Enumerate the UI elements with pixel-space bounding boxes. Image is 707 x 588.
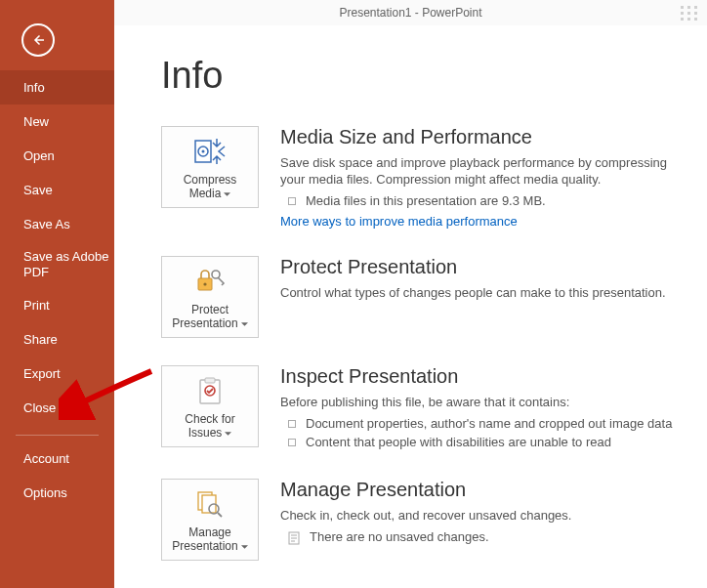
sidebar-item-save[interactable]: Save <box>0 173 114 207</box>
tile-label: Protect Presentation <box>172 303 237 330</box>
section-title: Media Size and Performance <box>280 126 687 148</box>
section-media: Compress Media Media Size and Performanc… <box>161 126 687 229</box>
sidebar-separator <box>16 435 99 436</box>
compress-media-icon <box>193 134 227 169</box>
section-protect: Protect Presentation Protect Presentatio… <box>161 256 687 338</box>
sidebar-item-save-adobe-pdf[interactable]: Save as Adobe PDF <box>0 241 114 288</box>
protect-presentation-button[interactable]: Protect Presentation <box>161 256 259 338</box>
bullet-text: Document properties, author's name and c… <box>306 416 672 431</box>
svg-rect-7 <box>205 378 215 383</box>
check-for-issues-button[interactable]: Check for Issues <box>161 365 259 447</box>
section-title: Manage Presentation <box>280 479 687 501</box>
sidebar-item-label: Info <box>23 80 45 95</box>
sidebar-item-options[interactable]: Options <box>0 476 114 510</box>
sidebar-item-label: Close <box>23 400 56 415</box>
sidebar-item-account[interactable]: Account <box>0 441 114 476</box>
svg-point-2 <box>202 150 205 153</box>
back-button[interactable] <box>21 23 55 57</box>
sidebar-item-close[interactable]: Close <box>0 391 114 425</box>
backstage-sidebar: Info New Open Save Save As Save as Adobe… <box>0 0 114 588</box>
sidebar-item-label: New <box>23 114 49 129</box>
checklist-icon <box>196 373 224 408</box>
sidebar-item-saveas[interactable]: Save As <box>0 207 114 241</box>
page-title: Info <box>161 55 687 97</box>
chevron-down-icon <box>225 426 231 440</box>
document-icon <box>288 531 300 545</box>
arrow-left-icon <box>29 31 47 49</box>
sidebar-item-new[interactable]: New <box>0 105 114 139</box>
sidebar-item-open[interactable]: Open <box>0 139 114 173</box>
bullet-icon <box>288 197 296 205</box>
section-desc: Save disk space and improve playback per… <box>280 154 687 188</box>
sidebar-item-export[interactable]: Export <box>0 357 114 391</box>
sidebar-item-label: Export <box>23 366 61 381</box>
bullet-text: Content that people with disabilities ar… <box>306 435 611 449</box>
chevron-down-icon <box>241 539 248 553</box>
window-title: Presentation1 - PowerPoint <box>339 6 481 20</box>
section-inspect: Check for Issues Inspect Presentation Be… <box>161 365 687 451</box>
section-desc: Before publishing this file, be aware th… <box>280 394 687 410</box>
sidebar-item-label: Print <box>23 298 50 313</box>
bullet-text: There are no unsaved changes. <box>310 529 489 544</box>
compress-media-button[interactable]: Compress Media <box>161 126 259 208</box>
title-bar: Presentation1 - PowerPoint <box>114 0 707 25</box>
content-area: Info Compress Media Media Size and Perfo… <box>114 25 707 588</box>
bullet-row: There are no unsaved changes. <box>280 527 687 547</box>
sidebar-item-label: Account <box>23 451 69 466</box>
documents-magnify-icon <box>194 486 226 522</box>
tile-label: Manage Presentation <box>172 525 237 553</box>
chevron-down-icon <box>241 316 248 330</box>
sidebar-item-share[interactable]: Share <box>0 322 114 357</box>
sidebar-item-label: Save <box>23 183 53 197</box>
section-manage: Manage Presentation Manage Presentation … <box>161 479 687 561</box>
sidebar-item-print[interactable]: Print <box>0 288 114 322</box>
media-performance-link[interactable]: More ways to improve media performance <box>280 214 518 229</box>
sidebar-item-label: Options <box>23 485 67 500</box>
lock-key-icon <box>194 264 226 299</box>
chevron-down-icon <box>224 187 230 200</box>
bullet-row: Content that people with disabilities ar… <box>280 433 687 451</box>
window-drag-icon <box>681 6 697 21</box>
bullet-row: Document properties, author's name and c… <box>280 414 687 433</box>
section-title: Inspect Presentation <box>280 365 687 388</box>
section-desc: Check in, check out, and recover unsaved… <box>280 507 687 524</box>
sidebar-item-label: Share <box>23 332 58 347</box>
bullet-icon <box>288 439 296 446</box>
bullet-text: Media files in this presentation are 9.3… <box>306 193 546 208</box>
section-title: Protect Presentation <box>280 256 687 278</box>
bullet-row: Media files in this presentation are 9.3… <box>280 191 687 210</box>
sidebar-item-label: Save As <box>23 217 70 231</box>
svg-point-4 <box>203 282 206 285</box>
sidebar-item-label: Save as Adobe PDF <box>23 249 108 279</box>
sidebar-item-label: Open <box>23 148 55 163</box>
section-desc: Control what types of changes people can… <box>280 284 687 301</box>
bullet-icon <box>288 420 296 428</box>
manage-presentation-button[interactable]: Manage Presentation <box>161 479 259 561</box>
sidebar-item-info[interactable]: Info <box>0 70 114 105</box>
